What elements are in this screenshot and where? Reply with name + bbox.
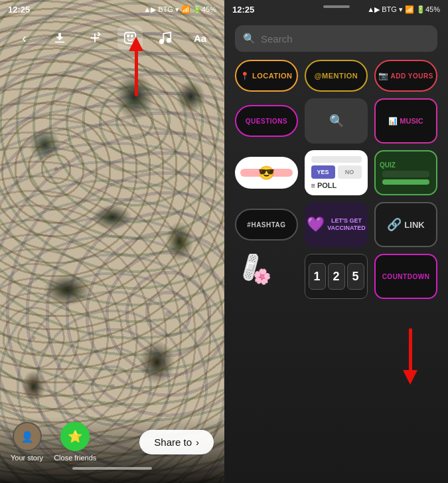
home-indicator-left [72,467,152,470]
arrow-head [129,37,143,51]
close-friends-label: Close friends [54,454,96,462]
add-element-button[interactable] [82,25,108,50]
sticker-music[interactable]: 📊 MUSIC [374,98,437,144]
red-arrow-down [403,328,417,385]
red-arrow-up [129,37,143,96]
sticker-quiz[interactable]: QUIZ [374,150,437,195]
network-icons-left: ▲▶ BTG ▾ 📶 🔋45% [143,5,216,14]
audio-button[interactable] [153,25,178,50]
your-story-label: Your story [11,454,43,462]
digit-1: 1 [309,263,326,290]
sticker-row-3: 😎 YES NO ≡ POLL [224,150,448,195]
sticker-row-2: QUESTIONS 🔍 📊 MUSIC [224,98,448,144]
digit-2: 2 [328,263,345,290]
story-actions: 👤 Your story ⭐ Close friends Share to › [0,422,224,462]
digit-3: 5 [347,263,364,290]
sticker-countdown[interactable]: COUNTDOWN [374,254,437,299]
sticker-addyours[interactable]: 📷ADD YOURS [374,60,437,92]
back-button[interactable]: ‹ [12,25,37,50]
share-chevron-icon: › [196,436,199,448]
network-icons-right: ▲▶ BTG ▾ 📶 🔋45% [367,5,440,14]
sticker-location[interactable]: 📍LOCATION [235,60,298,92]
sticker-row-1: 📍LOCATION @MENTION 📷ADD YOURS [224,60,448,92]
sticker-hashtag[interactable]: #HASHTAG [235,209,298,241]
your-story-item[interactable]: 👤 Your story [11,422,43,462]
search-icon: 🔍 [243,33,256,45]
sticker-mention[interactable]: @MENTION [305,60,368,92]
svg-point-4 [159,40,163,44]
arrow-shaft-right [409,328,412,371]
status-icons-left: ▲▶ BTG ▾ 📶 🔋45% [143,5,216,14]
left-panel: 12:25 ▲▶ BTG ▾ 📶 🔋45% ‹ [0,0,224,483]
share-to-button[interactable]: Share to › [139,430,214,454]
text-button[interactable]: Aa [188,25,213,50]
search-input[interactable] [261,33,429,45]
sticker-vaccinated[interactable]: 💜 LET'S GETVACCINATED [305,202,368,247]
sticker-row-4: #HASHTAG 💜 LET'S GETVACCINATED 🔗 LINK [224,202,448,247]
sticker-emoji-slider[interactable]: 😎 [235,157,298,189]
your-story-avatar: 👤 [13,422,42,451]
sticker-search[interactable]: 🔍 [305,98,368,144]
status-bar-left: 12:25 ▲▶ BTG ▾ 📶 🔋45% [0,0,224,19]
search-bar[interactable]: 🔍 [235,25,437,52]
sticker-questions[interactable]: QUESTIONS [235,105,298,137]
close-friends-item[interactable]: ⭐ Close friends [54,422,96,462]
arrow-head-right [403,370,417,385]
sticker-countdown-num[interactable]: 1 2 5 [305,254,368,299]
sticker-bandaid[interactable]: 🩹 🌸 [235,254,298,299]
time-right: 12:25 [232,5,254,15]
svg-rect-0 [54,42,64,43]
bottom-bar-left: 👤 Your story ⭐ Close friends Share to › [0,417,224,483]
close-friends-avatar: ⭐ [60,422,90,451]
sticker-poll[interactable]: YES NO ≡ POLL [305,150,368,195]
svg-point-5 [167,39,171,42]
download-button[interactable] [47,25,72,50]
arrow-shaft [135,50,138,96]
time-left: 12:25 [8,5,30,15]
status-bar-right: 12:25 ▲▶ BTG ▾ 📶 🔋45% [224,0,448,19]
sheet-content: 🔍 📍LOCATION @MENTION 📷ADD YOURS QUEST [224,0,448,483]
sticker-link[interactable]: 🔗 LINK [374,202,437,247]
rug-pattern [0,0,224,483]
toolbar-left: ‹ [0,21,224,54]
share-label: Share to [154,436,192,448]
right-panel: 12:25 ▲▶ BTG ▾ 📶 🔋45% 🔍 📍LOCATION @MENTI… [224,0,448,483]
sticker-row-5: 🩹 🌸 1 2 5 COUNTDOWN [224,254,448,299]
status-icons-right: ▲▶ BTG ▾ 📶 🔋45% [367,5,440,14]
